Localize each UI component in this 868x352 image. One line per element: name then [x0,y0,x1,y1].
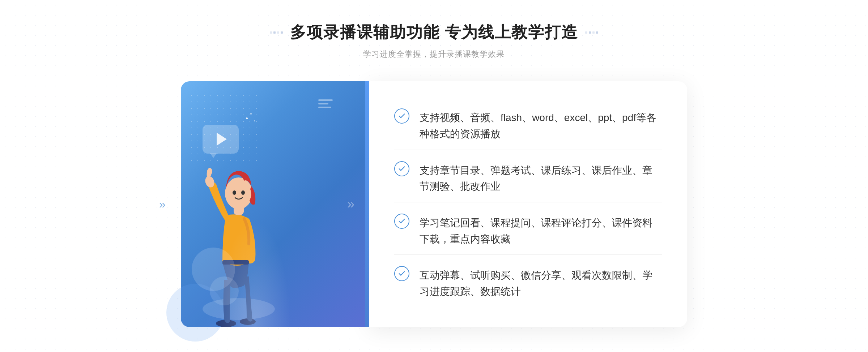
feature-text-3: 学习笔记回看、课程提问、课程评论打分、课件资料下载，重点内容收藏 [420,214,662,248]
illus-circle-2 [210,276,239,305]
feature-item-1: 支持视频、音频、flash、word、excel、ppt、pdf等各种格式的资源… [394,101,662,150]
svg-point-4 [225,177,252,209]
page-container: 多项录播课辅助功能 专为线上教学打造 学习进度全掌握，提升录播课教学效果 » [0,0,868,352]
header-section: 多项录播课辅助功能 专为线上教学打造 学习进度全掌握，提升录播课教学效果 [270,22,598,60]
page-title: 多项录播课辅助功能 专为线上教学打造 [290,22,578,43]
arrow-left-icon: » [159,198,166,211]
arrows-illustration-icon: » [347,197,354,212]
check-icon-2 [394,161,409,176]
check-icon-3 [394,214,409,229]
blue-vertical-bar [365,81,369,327]
page-subtitle: 学习进度全掌握，提升录播课教学效果 [270,49,598,60]
play-button-area [203,125,239,154]
content-panel: 支持视频、音频、flash、word、excel、ppt、pdf等各种格式的资源… [369,81,687,327]
title-row: 多项录播课辅助功能 专为线上教学打造 [270,22,598,43]
deco-lines [318,99,333,110]
feature-text-1: 支持视频、音频、flash、word、excel、ppt、pdf等各种格式的资源… [420,108,662,142]
main-content: » » [181,81,687,327]
illustration-panel: » » [181,81,369,327]
feature-item-3: 学习笔记回看、课程提问、课程评论打分、课件资料下载，重点内容收藏 [394,206,662,255]
check-icon-1 [394,108,409,124]
feature-text-2: 支持章节目录、弹题考试、课后练习、课后作业、章节测验、批改作业 [420,161,662,195]
svg-point-6 [233,190,236,195]
title-decoration-right [585,31,598,34]
title-decoration-left [270,31,283,34]
play-bubble [203,125,239,154]
svg-point-7 [241,190,245,195]
check-icon-4 [394,266,409,281]
play-icon [217,133,227,146]
feature-text-4: 互动弹幕、试听购买、微信分享、观看次数限制、学习进度跟踪、数据统计 [420,266,662,300]
feature-item-2: 支持章节目录、弹题考试、课后练习、课后作业、章节测验、批改作业 [394,154,662,203]
feature-item-4: 互动弹幕、试听购买、微信分享、观看次数限制、学习进度跟踪、数据统计 [394,259,662,307]
